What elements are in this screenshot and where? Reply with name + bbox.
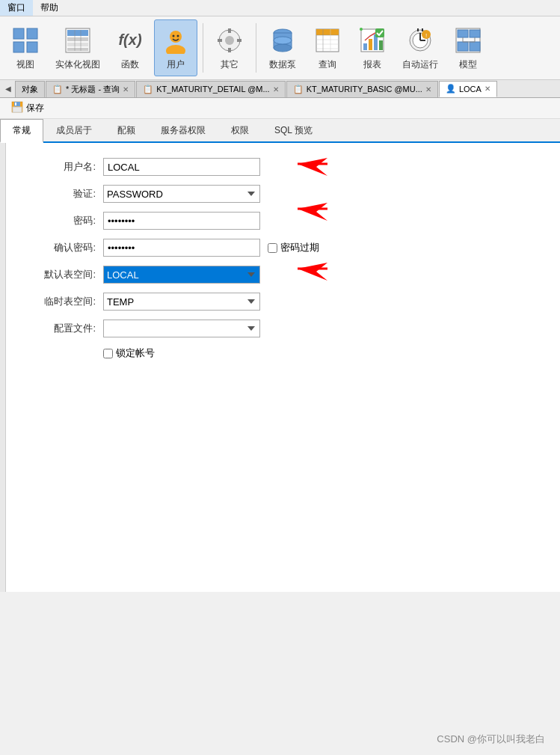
password-row: 密码:	[28, 212, 538, 230]
temp-tablespace-select[interactable]: TEMP	[103, 293, 260, 311]
svg-rect-8	[67, 48, 88, 51]
password-control	[103, 212, 260, 230]
svg-rect-19	[218, 39, 222, 42]
content-tab-general[interactable]: 常规	[0, 119, 43, 143]
svg-point-24	[274, 37, 292, 44]
toolbar-query[interactable]: 查询	[307, 19, 348, 76]
tab-untitled-icon: 📋	[52, 85, 63, 94]
toolbar-sep-2	[256, 23, 256, 73]
tab-kt-basic-close[interactable]: ✕	[425, 85, 431, 94]
svg-point-23	[274, 44, 292, 52]
confirm-password-input[interactable]	[103, 239, 260, 257]
content-tab-member-of[interactable]: 成员居于	[43, 119, 105, 141]
lock-account-checkbox-label[interactable]: 锁定帐号	[103, 346, 155, 360]
save-label: 保存	[26, 102, 44, 114]
toolbar-view[interactable]: 视图	[4, 19, 46, 76]
tab-bar: ◀ 对象 📋 * 无标题 - 查询 ✕ 📋 KT_MATURITY_DETAIL…	[0, 80, 560, 98]
svg-rect-35	[369, 39, 372, 50]
svg-rect-53	[470, 42, 480, 51]
lock-account-control: 锁定帐号	[103, 346, 155, 360]
tab-kt-detail[interactable]: 📋 KT_MATURITY_DETAIL @M... ✕	[136, 81, 286, 97]
toolbar-user[interactable]: 用户	[154, 19, 197, 76]
password-input[interactable]	[103, 212, 260, 230]
temp-tablespace-control: TEMP	[103, 293, 260, 311]
config-file-select[interactable]	[103, 320, 260, 337]
svg-rect-0	[13, 28, 24, 39]
menu-window[interactable]: 窗口	[0, 0, 33, 16]
tab-kt-detail-icon: 📋	[143, 85, 153, 94]
tab-nav-left[interactable]: ◀	[1, 81, 15, 97]
view-label: 视图	[16, 58, 34, 71]
tab-object[interactable]: 对象	[15, 81, 45, 97]
tab-untitled-close[interactable]: ✕	[123, 85, 129, 94]
watermark: CSDN @你可以叫我老白	[437, 733, 545, 746]
svg-point-16	[225, 36, 234, 45]
config-file-label: 配置文件:	[28, 322, 96, 335]
svg-rect-50	[458, 30, 468, 37]
svg-rect-18	[228, 48, 231, 52]
toolbar: 视图 实体化视图 f(x) 函数	[0, 16, 560, 80]
content-tab-quota[interactable]: 配额	[105, 119, 148, 141]
toolbar-other[interactable]: 其它	[209, 19, 250, 76]
svg-rect-17	[228, 28, 231, 33]
svg-point-13	[173, 34, 175, 37]
svg-rect-7	[67, 43, 88, 46]
tab-kt-basic-icon: 📋	[293, 85, 304, 94]
menu-help[interactable]: 帮助	[33, 0, 66, 16]
svg-rect-60	[13, 107, 22, 112]
toolbar-autorun[interactable]: ! 自动运行	[396, 19, 444, 76]
toolbar-model[interactable]: 模型	[447, 19, 489, 76]
auth-row: 验证: PASSWORD EXTERNAL GLOBAL	[28, 185, 538, 203]
auth-select[interactable]: PASSWORD EXTERNAL GLOBAL	[103, 185, 260, 203]
content-tab-privileges[interactable]: 权限	[218, 119, 262, 141]
lock-account-checkbox[interactable]	[103, 349, 113, 358]
config-file-row: 配置文件:	[28, 320, 538, 337]
tab-local-label: LOCA	[459, 85, 481, 94]
report-label: 报表	[363, 58, 381, 71]
other-icon	[215, 25, 244, 55]
function-label: 函数	[121, 58, 139, 71]
tab-kt-detail-close[interactable]: ✕	[273, 85, 279, 94]
username-control	[103, 158, 260, 176]
default-tablespace-label: 默认表空间:	[28, 268, 96, 281]
toolbar-function[interactable]: f(x) 函数	[109, 19, 151, 76]
svg-rect-2	[13, 42, 24, 52]
toolbar-materialized-view[interactable]: 实体化视图	[49, 19, 106, 76]
svg-rect-51	[470, 30, 480, 37]
svg-rect-34	[363, 43, 367, 50]
config-file-control	[103, 320, 260, 337]
query-label: 查询	[319, 58, 336, 71]
password-expired-checkbox[interactable]	[268, 243, 277, 253]
view-icon	[10, 25, 40, 55]
svg-rect-26	[316, 29, 339, 35]
toolbar-datasource[interactable]: 数据泵	[262, 19, 304, 76]
svg-rect-40	[375, 28, 384, 37]
username-input[interactable]	[103, 158, 260, 176]
user-icon	[161, 25, 191, 55]
auth-label: 验证:	[28, 187, 96, 201]
password-expired-checkbox-label[interactable]: 密码过期	[268, 241, 319, 254]
default-tablespace-select[interactable]: LOCAL SYSTEM USERS	[103, 266, 260, 284]
content-tab-sql-preview[interactable]: SQL 预览	[262, 119, 325, 141]
toolbar-report[interactable]: 报表	[351, 19, 393, 76]
tab-local-close[interactable]: ✕	[484, 85, 490, 93]
tab-untitled[interactable]: 📋 * 无标题 - 查询 ✕	[46, 81, 135, 97]
save-button[interactable]: 保存	[6, 99, 49, 117]
content-tab-server-privileges[interactable]: 服务器权限	[148, 119, 218, 141]
confirm-password-control: 密码过期	[103, 239, 319, 257]
query-icon	[313, 25, 342, 55]
tab-local[interactable]: 👤 LOCA ✕	[439, 81, 497, 97]
tab-local-icon: 👤	[446, 84, 456, 94]
function-icon: f(x)	[115, 25, 145, 55]
temp-tablespace-row: 临时表空间: TEMP	[28, 293, 538, 311]
autorun-label: 自动运行	[402, 58, 438, 71]
model-label: 模型	[459, 58, 477, 71]
password-expired-text: 密码过期	[280, 241, 319, 254]
svg-rect-46	[422, 28, 423, 31]
username-row: 用户名:	[28, 158, 538, 176]
tab-kt-basic[interactable]: 📋 KT_MATURITY_BASIC @MU... ✕	[286, 81, 438, 97]
svg-rect-45	[417, 28, 419, 31]
tab-object-label: 对象	[22, 84, 38, 95]
confirm-password-row: 确认密码: 密码过期	[28, 239, 538, 257]
confirm-password-label: 确认密码:	[28, 241, 96, 254]
